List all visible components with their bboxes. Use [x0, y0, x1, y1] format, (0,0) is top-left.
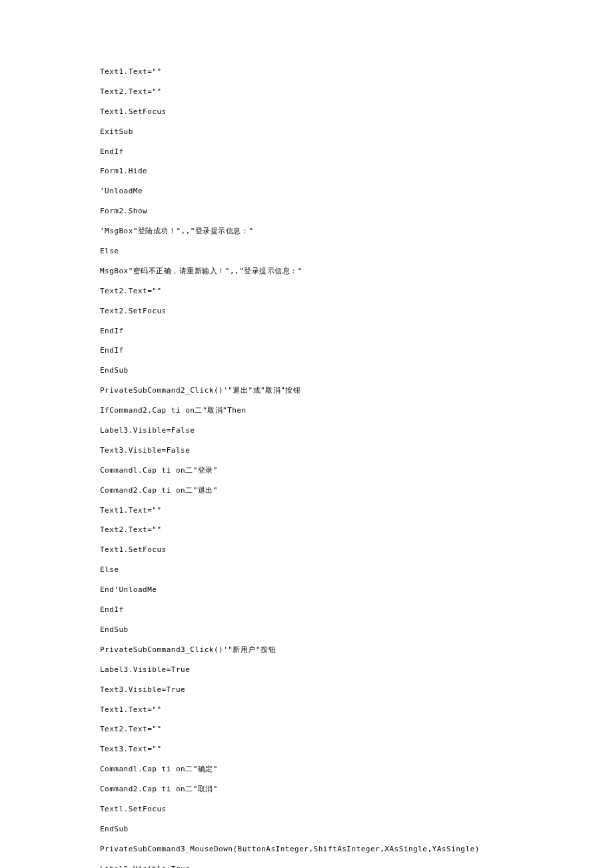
- code-line: Text1.SetFocus: [100, 107, 513, 117]
- code-line: IfCommand2.Cap ti on二"取消"Then: [100, 405, 513, 415]
- code-line: Label6.Visible=True: [100, 864, 513, 868]
- code-line: EndIf: [100, 605, 513, 615]
- code-line: Form1.Hide: [100, 166, 513, 176]
- code-line: Text2.Text="": [100, 87, 513, 97]
- code-line: PrivateSubCommand3_Click()'"新用户"按钮: [100, 645, 513, 655]
- code-line: Text3.Visible=False: [100, 445, 513, 455]
- code-line: Text1.Text="": [100, 505, 513, 515]
- code-line: Text2.SetFocus: [100, 306, 513, 316]
- code-listing: Text1.Text=""Text2.Text=""Text1.SetFocus…: [100, 67, 513, 868]
- code-line: Text2.Text="": [100, 525, 513, 535]
- code-line: Command2.Cap ti on二"退出": [100, 485, 513, 495]
- code-line: Textl.SetFocus: [100, 804, 513, 814]
- code-line: End'UnloadMe: [100, 585, 513, 595]
- code-line: Text1.SetFocus: [100, 545, 513, 555]
- code-line: EndSub: [100, 625, 513, 635]
- code-line: PrivateSubCommand3_MouseDown(ButtonAsInt…: [100, 844, 513, 854]
- code-line: Form2.Show: [100, 206, 513, 216]
- code-line: PrivateSubCommand2_Click()'"退出"或"取消"按钮: [100, 385, 513, 395]
- code-line: Text1.Text="": [100, 705, 513, 715]
- code-line: Else: [100, 565, 513, 575]
- code-line: Text2.Text="": [100, 286, 513, 296]
- code-line: EndIf: [100, 147, 513, 157]
- code-line: EndSub: [100, 824, 513, 834]
- code-line: EndIf: [100, 345, 513, 355]
- code-line: ExitSub: [100, 127, 513, 137]
- code-line: 'MsgBox"登陆成功！",,"登录提示信息：": [100, 226, 513, 236]
- code-line: Command2.Cap ti on二"取消": [100, 784, 513, 794]
- code-line: Commandl.Cap ti on二"确定": [100, 764, 513, 774]
- code-line: Label3.Visible=True: [100, 665, 513, 675]
- code-line: Else: [100, 246, 513, 256]
- code-line: Commandl.Cap ti on二"登录": [100, 465, 513, 475]
- code-line: Label3.Visible=False: [100, 425, 513, 435]
- code-line: Text2.Text="": [100, 724, 513, 734]
- code-line: Text1.Text="": [100, 67, 513, 77]
- code-line: 'UnloadMe: [100, 186, 513, 196]
- code-line: Text3.Visible=True: [100, 685, 513, 695]
- code-line: Text3.Text="": [100, 744, 513, 754]
- code-line: EndIf: [100, 326, 513, 336]
- code-line: MsgBox"密码不正确，请重新输入！",,"登录提示信息：": [100, 266, 513, 276]
- code-line: EndSub: [100, 365, 513, 375]
